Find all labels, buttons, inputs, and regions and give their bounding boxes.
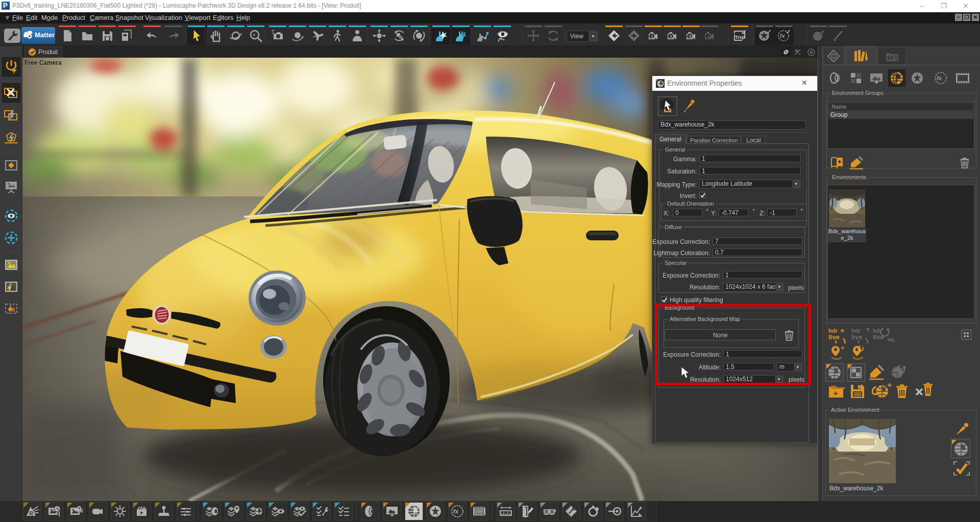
svg-text:live: live <box>873 333 884 341</box>
svg-text:3: 3 <box>689 34 691 39</box>
svg-text:4: 4 <box>707 34 709 39</box>
svg-text:fx: fx <box>780 33 786 39</box>
svg-text:+: + <box>841 345 845 352</box>
svg-text:1: 1 <box>462 32 464 37</box>
svg-text:live: live <box>828 333 840 341</box>
svg-text:R: R <box>11 285 15 291</box>
svg-text:fx: fx <box>937 75 942 81</box>
svg-text:Trsp: Trsp <box>735 35 745 40</box>
svg-text:live: live <box>851 333 863 341</box>
svg-text:R: R <box>29 510 33 516</box>
svg-text:fx: fx <box>453 508 459 514</box>
svg-text:2: 2 <box>670 34 672 39</box>
svg-text:+: + <box>253 32 256 38</box>
svg-text:+: + <box>834 389 838 397</box>
svg-text:1: 1 <box>651 34 653 39</box>
svg-text:+: + <box>887 383 892 389</box>
svg-text:HQ: HQ <box>888 337 895 342</box>
svg-text:+: + <box>840 327 844 335</box>
svg-text:R: R <box>11 307 15 313</box>
